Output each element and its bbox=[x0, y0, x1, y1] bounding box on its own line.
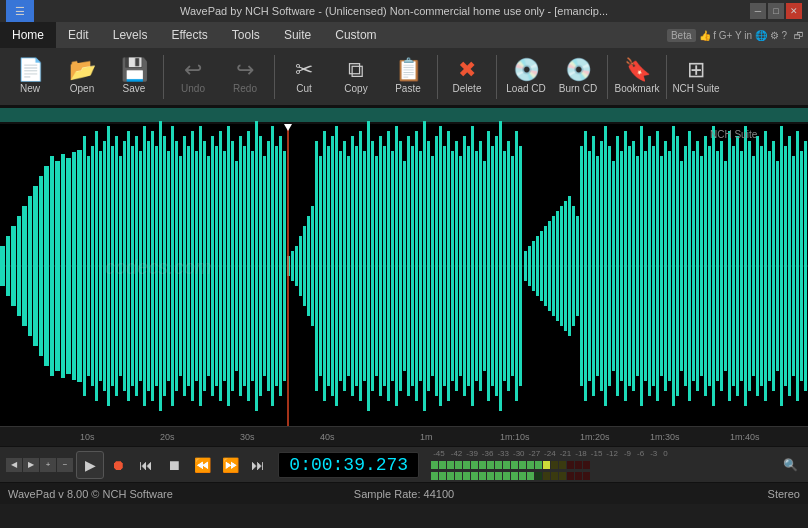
menu-tab-levels[interactable]: Levels bbox=[101, 22, 160, 48]
redo-button[interactable]: ↪ Redo bbox=[219, 51, 271, 103]
menu-tab-tools[interactable]: Tools bbox=[220, 22, 272, 48]
paste-label: Paste bbox=[395, 83, 421, 94]
cut-button[interactable]: ✂ Cut bbox=[278, 51, 330, 103]
svg-rect-98 bbox=[399, 141, 402, 391]
svg-rect-178 bbox=[720, 141, 723, 391]
svg-rect-21 bbox=[91, 146, 94, 386]
hamburger-icon: ☰ bbox=[15, 5, 25, 18]
close-button[interactable]: ✕ bbox=[786, 3, 802, 19]
status-channels: Stereo bbox=[536, 488, 800, 500]
menu-tab-edit[interactable]: Edit bbox=[56, 22, 101, 48]
minimize-button[interactable]: ─ bbox=[750, 3, 766, 19]
svg-rect-96 bbox=[391, 151, 394, 381]
svg-rect-76 bbox=[311, 206, 314, 326]
svg-rect-175 bbox=[708, 146, 711, 386]
vu-channel2 bbox=[431, 472, 668, 480]
vu-channel1 bbox=[431, 461, 668, 469]
delete-button[interactable]: ✖ Delete bbox=[441, 51, 493, 103]
statusbar: WavePad v 8.00 © NCH Software Sample Rat… bbox=[0, 482, 808, 504]
waveform-area[interactable]: codecs.com NCH Suite bbox=[0, 106, 808, 426]
svg-rect-133 bbox=[540, 231, 543, 301]
tick-1m20s: 1m:20s bbox=[580, 432, 610, 442]
transport-bar: ◀ ▶ + − ▶ ⏺ ⏮ ⏹ ⏪ ⏩ ⏭ 0:00:39.273 -45 -4… bbox=[0, 446, 808, 482]
zoom-out-button[interactable]: − bbox=[57, 458, 73, 472]
svg-rect-161 bbox=[652, 146, 655, 386]
svg-rect-81 bbox=[331, 136, 334, 396]
svg-rect-180 bbox=[728, 131, 731, 401]
tick-1m: 1m bbox=[420, 432, 433, 442]
svg-rect-93 bbox=[379, 136, 382, 396]
maximize-button[interactable]: □ bbox=[768, 3, 784, 19]
svg-rect-192 bbox=[776, 161, 779, 371]
zoom-waveform-button[interactable]: 🔍 bbox=[776, 451, 804, 479]
load-cd-button[interactable]: 💿 Load CD bbox=[500, 51, 552, 103]
hamburger-button[interactable]: ☰ bbox=[6, 0, 34, 22]
tick-1m10s: 1m:10s bbox=[500, 432, 530, 442]
scroll-left-button[interactable]: ◀ bbox=[6, 458, 22, 472]
svg-rect-13 bbox=[50, 156, 54, 376]
new-button[interactable]: 📄 New bbox=[4, 51, 56, 103]
next-button[interactable]: ⏩ bbox=[216, 451, 244, 479]
toolbar-sep-4 bbox=[496, 55, 497, 99]
svg-rect-101 bbox=[411, 146, 414, 386]
stop-button[interactable]: ⏹ bbox=[160, 451, 188, 479]
svg-rect-12 bbox=[44, 166, 49, 366]
scroll-right-button[interactable]: ▶ bbox=[23, 458, 39, 472]
zoom-in-button[interactable]: + bbox=[40, 458, 56, 472]
svg-rect-83 bbox=[339, 151, 342, 381]
svg-rect-20 bbox=[87, 156, 90, 376]
copy-button[interactable]: ⧉ Copy bbox=[330, 51, 382, 103]
svg-rect-102 bbox=[415, 131, 418, 401]
svg-rect-60 bbox=[247, 131, 250, 401]
record-button[interactable]: ⏺ bbox=[104, 451, 132, 479]
svg-rect-127 bbox=[515, 131, 518, 401]
svg-rect-5 bbox=[6, 236, 10, 296]
svg-rect-4 bbox=[0, 246, 5, 286]
svg-rect-138 bbox=[560, 206, 563, 326]
nch-suite-button[interactable]: ⊞ NCH Suite bbox=[670, 51, 722, 103]
open-button[interactable]: 📂 Open bbox=[56, 51, 108, 103]
svg-rect-136 bbox=[552, 216, 555, 316]
tick-1m30s: 1m:30s bbox=[650, 432, 680, 442]
svg-rect-128 bbox=[519, 146, 522, 386]
prev-button[interactable]: ⏪ bbox=[188, 451, 216, 479]
svg-text:NCH Suite: NCH Suite bbox=[710, 129, 758, 140]
svg-rect-179 bbox=[724, 161, 727, 371]
menu-tab-effects[interactable]: Effects bbox=[159, 22, 219, 48]
svg-rect-114 bbox=[463, 136, 466, 396]
svg-rect-124 bbox=[503, 151, 506, 381]
svg-rect-181 bbox=[732, 146, 735, 386]
toolbar-sep-3 bbox=[437, 55, 438, 99]
menu-tab-home[interactable]: Home bbox=[0, 22, 56, 48]
svg-rect-111 bbox=[451, 151, 454, 381]
paste-button[interactable]: 📋 Paste bbox=[382, 51, 434, 103]
go-start-button[interactable]: ⏮ bbox=[132, 451, 160, 479]
svg-rect-132 bbox=[536, 236, 539, 296]
waveform-svg: codecs.com NCH Suite bbox=[0, 106, 808, 426]
svg-rect-6 bbox=[11, 226, 16, 306]
svg-rect-23 bbox=[99, 151, 102, 381]
delete-label: Delete bbox=[453, 83, 482, 94]
undo-button[interactable]: ↩ Undo bbox=[167, 51, 219, 103]
svg-rect-59 bbox=[243, 146, 246, 386]
menu-tab-custom[interactable]: Custom bbox=[323, 22, 388, 48]
nch-suite-label: NCH Suite bbox=[672, 83, 719, 94]
svg-rect-17 bbox=[72, 152, 76, 380]
svg-rect-53 bbox=[219, 131, 222, 401]
svg-rect-54 bbox=[223, 151, 226, 381]
save-icon: 💾 bbox=[121, 59, 148, 81]
svg-rect-73 bbox=[299, 236, 302, 296]
svg-rect-120 bbox=[487, 131, 490, 401]
menu-tab-suite[interactable]: Suite bbox=[272, 22, 323, 48]
svg-rect-52 bbox=[215, 146, 218, 386]
svg-rect-189 bbox=[764, 131, 767, 401]
burn-cd-button[interactable]: 💿 Burn CD bbox=[552, 51, 604, 103]
bookmark-label: Bookmark bbox=[614, 83, 659, 94]
play-button[interactable]: ▶ bbox=[76, 451, 104, 479]
svg-rect-190 bbox=[768, 151, 771, 381]
go-end-button[interactable]: ⏭ bbox=[244, 451, 272, 479]
svg-rect-158 bbox=[640, 126, 643, 406]
toolbar-sep-1 bbox=[163, 55, 164, 99]
bookmark-button[interactable]: 🔖 Bookmark bbox=[611, 51, 663, 103]
save-button[interactable]: 💾 Save bbox=[108, 51, 160, 103]
